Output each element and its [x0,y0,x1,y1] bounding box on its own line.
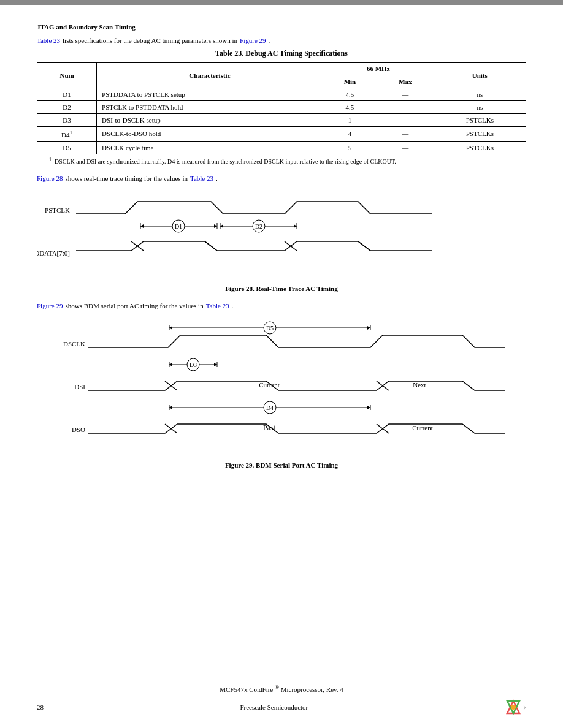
figure29-intro-suffix: . [232,302,234,309]
svg-text:D1: D1 [175,223,182,230]
svg-marker-24 [169,326,172,330]
figure28-caption: Figure 28. Real-Time Trace AC Timing [37,285,526,292]
table-row-max: — [377,101,434,114]
table-row: D2PSTCLK to PSTDDATA hold4.5—ns [37,101,526,114]
table-row-num: D3 [37,114,97,127]
freescale-logo: › [505,699,526,716]
svg-text:DSI: DSI [74,383,85,390]
table-row-units: ns [434,101,526,114]
svg-marker-25 [367,326,370,330]
table-row-char: DSCLK-to-DSO hold [97,127,323,142]
table-row-num: D1 [37,88,97,101]
svg-text:D2: D2 [255,223,262,230]
svg-marker-5 [214,224,217,228]
figure29-table23-link[interactable]: Table 23 [206,302,229,309]
logo-icon [505,699,522,716]
figure29-link[interactable]: Figure 29 [37,302,63,309]
top-bar [0,0,563,5]
table-row-min: 4.5 [323,88,377,101]
figure29-link-intro[interactable]: Figure 29 [240,37,266,44]
table-row-num: D2 [37,101,97,114]
svg-text:DSO: DSO [72,426,85,433]
footer-center: MCF547x ColdFire ® Microprocessor, Rev. … [37,684,526,693]
svg-text:D3: D3 [190,362,197,368]
table-row-max: — [377,141,434,154]
company-name: Freescale Semiconductor [240,703,308,711]
svg-text:Current: Current [412,424,433,431]
timing-table: Num Characteristic 66 MHz Units Min Max … [37,62,526,154]
table-row-num: D5 [37,141,97,154]
svg-marker-49 [367,406,370,409]
figure29-caption: Figure 29. BDM Serial Port AC Timing [37,461,526,469]
table-row-min: 4.5 [323,101,377,114]
svg-marker-11 [220,224,223,228]
svg-text:Next: Next [413,381,426,389]
figure28-table23-link[interactable]: Table 23 [190,175,213,182]
chevron-right-icon: › [523,702,526,713]
table-row-min: 1 [323,114,377,127]
footer-center-text: MCF547x ColdFire [220,686,273,693]
table-row-units: PSTCLKs [434,127,526,142]
table-row-char: DSI-to-DSCLK setup [97,114,323,127]
figure28-link[interactable]: Figure 28 [37,175,63,182]
intro-suffix: . [269,37,270,44]
col-units: Units [434,63,526,88]
col-mhz-group: 66 MHz [323,63,434,75]
table-row: D5DSCLK cycle time5—PSTCLKs [37,141,526,154]
svg-marker-12 [294,224,297,228]
page-number: 28 [37,703,44,711]
figure28-intro: Figure 28 shows real-time trace timing f… [37,175,526,182]
svg-text:PSTCLK: PSTCLK [45,207,70,214]
table-row-max: — [377,127,434,142]
section-heading: JTAG and Boundary Scan Timing [37,23,526,31]
table-footnote: 1 DSCLK and DSI are synchronized interna… [37,157,526,165]
table-row-char: PSTDDATA to PSTCLK setup [97,88,323,101]
footer-trademark: ® [275,684,279,690]
table-intro-line: Table 23 lists specifications for the de… [37,37,526,44]
table-row-units: ns [434,88,526,101]
svg-text:PSTDDATA[7:0]: PSTDDATA[7:0] [37,249,70,257]
col-characteristic: Characteristic [97,63,323,88]
table-row-min: 5 [323,141,377,154]
intro-middle-text: lists specifications for the debug AC ti… [63,37,237,44]
figure29-intro: Figure 29 shows BDM serial port AC timin… [37,302,526,309]
page-footer: MCF547x ColdFire ® Microprocessor, Rev. … [0,684,563,716]
table-row-max: — [377,114,434,127]
figure28-intro-suffix: . [216,175,218,182]
figure29-intro-middle: shows BDM serial port AC timing for the … [65,302,203,309]
table-row: D41DSCLK-to-DSO hold4—PSTCLKs [37,127,526,142]
svg-text:Past: Past [263,423,276,432]
svg-text:D5: D5 [266,325,274,332]
svg-marker-48 [169,406,172,409]
table-row-min: 4 [323,127,377,142]
table-row-char: DSCLK cycle time [97,141,323,154]
figure29-diagram: DSCLK D5 DSI Current Next D3 DSO [37,317,526,452]
svg-text:DSCLK: DSCLK [63,340,85,347]
footnote-mark: 1 [49,157,52,162]
table-row-units: PSTCLKs [434,114,526,127]
svg-marker-4 [140,224,144,228]
figure28-intro-middle: shows real-time trace timing for the val… [65,175,187,182]
svg-marker-36 [169,363,172,366]
footer-bottom: 28 Freescale Semiconductor › [37,696,526,716]
svg-line-17 [205,241,217,251]
table-title: Table 23. Debug AC Timing Specifications [37,49,526,58]
table-row-num: D41 [37,127,97,142]
table-row-units: PSTCLKs [434,141,526,154]
col-min: Min [323,75,377,88]
table-row: D1PSTDDATA to PSTCLK setup4.5—ns [37,88,526,101]
svg-marker-37 [214,363,217,366]
svg-text:Current: Current [259,381,280,389]
figure28-diagram: PSTCLK D1 D2 PSTDDATA[7:0] [37,189,526,275]
col-max: Max [377,75,434,88]
svg-line-19 [358,241,370,251]
table-row-char: PSTCLK to PSTDDATA hold [97,101,323,114]
table-row-max: — [377,88,434,101]
svg-text:D4: D4 [266,404,274,411]
svg-point-55 [511,705,516,710]
table23-link-intro[interactable]: Table 23 [37,37,60,44]
footer-center-suffix: Microprocessor, Rev. 4 [281,686,343,693]
col-num: Num [37,63,97,88]
table-row: D3DSI-to-DSCLK setup1—PSTCLKs [37,114,526,127]
footnote-text: DSCLK and DSI are synchronized internall… [55,158,396,165]
